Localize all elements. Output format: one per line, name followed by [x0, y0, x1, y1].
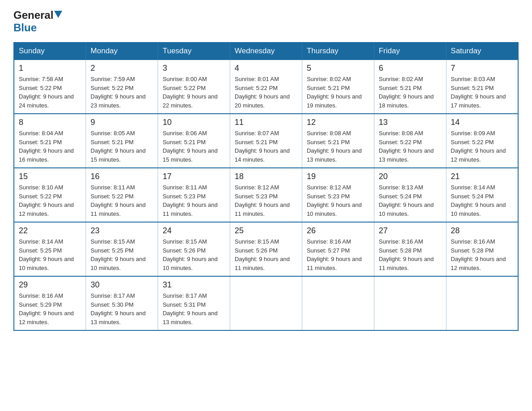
- logo-arrow-icon: [54, 11, 62, 21]
- day-number: 17: [163, 172, 225, 181]
- calendar-cell: 22 Sunrise: 8:14 AM Sunset: 5:25 PM Dayl…: [14, 222, 86, 276]
- day-info: Sunrise: 8:00 AM Sunset: 5:22 PM Dayligh…: [163, 75, 225, 110]
- calendar-cell: 21 Sunrise: 8:14 AM Sunset: 5:24 PM Dayl…: [446, 168, 518, 222]
- calendar-cell: 12 Sunrise: 8:08 AM Sunset: 5:21 PM Dayl…: [302, 114, 374, 168]
- day-info: Sunrise: 8:06 AM Sunset: 5:21 PM Dayligh…: [163, 129, 225, 164]
- day-number: 10: [163, 118, 225, 127]
- calendar-cell: 3 Sunrise: 8:00 AM Sunset: 5:22 PM Dayli…: [158, 60, 230, 114]
- day-info: Sunrise: 8:15 AM Sunset: 5:26 PM Dayligh…: [163, 237, 225, 272]
- weekday-header: Saturday: [446, 43, 518, 60]
- calendar-cell: 1 Sunrise: 7:58 AM Sunset: 5:22 PM Dayli…: [14, 60, 86, 114]
- day-info: Sunrise: 8:14 AM Sunset: 5:25 PM Dayligh…: [19, 237, 81, 272]
- day-info: Sunrise: 8:13 AM Sunset: 5:24 PM Dayligh…: [379, 183, 442, 218]
- calendar-cell: 16 Sunrise: 8:11 AM Sunset: 5:22 PM Dayl…: [86, 168, 158, 222]
- day-info: Sunrise: 8:15 AM Sunset: 5:26 PM Dayligh…: [235, 237, 297, 272]
- day-info: Sunrise: 8:16 AM Sunset: 5:28 PM Dayligh…: [379, 237, 442, 272]
- calendar-cell: 14 Sunrise: 8:09 AM Sunset: 5:22 PM Dayl…: [446, 114, 518, 168]
- svg-marker-0: [54, 11, 62, 18]
- day-number: 30: [90, 280, 153, 290]
- calendar-header-row: SundayMondayTuesdayWednesdayThursdayFrid…: [14, 43, 518, 60]
- day-info: Sunrise: 8:08 AM Sunset: 5:22 PM Dayligh…: [379, 129, 442, 164]
- calendar-cell: 25 Sunrise: 8:15 AM Sunset: 5:26 PM Dayl…: [230, 222, 302, 276]
- calendar-table: SundayMondayTuesdayWednesdayThursdayFrid…: [13, 42, 519, 331]
- calendar-cell: [374, 276, 446, 330]
- calendar-week-row: 1 Sunrise: 7:58 AM Sunset: 5:22 PM Dayli…: [14, 60, 518, 114]
- day-number: 2: [90, 64, 153, 73]
- day-number: 18: [235, 172, 297, 181]
- day-number: 12: [307, 118, 369, 127]
- calendar-cell: 18 Sunrise: 8:12 AM Sunset: 5:23 PM Dayl…: [230, 168, 302, 222]
- calendar-cell: 15 Sunrise: 8:10 AM Sunset: 5:22 PM Dayl…: [14, 168, 86, 222]
- page-header: General Blue: [13, 9, 519, 34]
- day-number: 15: [19, 172, 81, 181]
- day-info: Sunrise: 8:02 AM Sunset: 5:21 PM Dayligh…: [379, 75, 442, 110]
- day-info: Sunrise: 8:04 AM Sunset: 5:21 PM Dayligh…: [19, 129, 81, 164]
- day-info: Sunrise: 8:16 AM Sunset: 5:28 PM Dayligh…: [451, 237, 513, 272]
- day-info: Sunrise: 7:59 AM Sunset: 5:22 PM Dayligh…: [90, 75, 153, 110]
- day-number: 27: [379, 226, 442, 235]
- weekday-header: Thursday: [302, 43, 374, 60]
- calendar-cell: 20 Sunrise: 8:13 AM Sunset: 5:24 PM Dayl…: [374, 168, 446, 222]
- day-info: Sunrise: 8:09 AM Sunset: 5:22 PM Dayligh…: [451, 129, 513, 164]
- calendar-cell: 6 Sunrise: 8:02 AM Sunset: 5:21 PM Dayli…: [374, 60, 446, 114]
- day-info: Sunrise: 8:11 AM Sunset: 5:22 PM Dayligh…: [90, 183, 153, 218]
- logo-general-text: General: [13, 9, 53, 21]
- day-number: 5: [307, 64, 369, 73]
- day-info: Sunrise: 8:12 AM Sunset: 5:23 PM Dayligh…: [307, 183, 369, 218]
- day-number: 22: [19, 226, 81, 235]
- weekday-header: Tuesday: [158, 43, 230, 60]
- calendar-cell: 10 Sunrise: 8:06 AM Sunset: 5:21 PM Dayl…: [158, 114, 230, 168]
- calendar-cell: 7 Sunrise: 8:03 AM Sunset: 5:21 PM Dayli…: [446, 60, 518, 114]
- day-info: Sunrise: 8:03 AM Sunset: 5:21 PM Dayligh…: [451, 75, 513, 110]
- day-number: 3: [163, 64, 225, 73]
- day-info: Sunrise: 8:08 AM Sunset: 5:21 PM Dayligh…: [307, 129, 369, 164]
- day-number: 11: [235, 118, 297, 127]
- day-number: 23: [90, 226, 153, 235]
- calendar-cell: 27 Sunrise: 8:16 AM Sunset: 5:28 PM Dayl…: [374, 222, 446, 276]
- calendar-cell: 8 Sunrise: 8:04 AM Sunset: 5:21 PM Dayli…: [14, 114, 86, 168]
- calendar-cell: [230, 276, 302, 330]
- day-number: 24: [163, 226, 225, 235]
- logo: General Blue: [13, 9, 62, 34]
- calendar-cell: 19 Sunrise: 8:12 AM Sunset: 5:23 PM Dayl…: [302, 168, 374, 222]
- day-number: 8: [19, 118, 81, 127]
- calendar-week-row: 22 Sunrise: 8:14 AM Sunset: 5:25 PM Dayl…: [14, 222, 518, 276]
- day-info: Sunrise: 8:07 AM Sunset: 5:21 PM Dayligh…: [235, 129, 297, 164]
- day-info: Sunrise: 8:17 AM Sunset: 5:31 PM Dayligh…: [163, 291, 225, 326]
- day-number: 16: [90, 172, 153, 181]
- day-info: Sunrise: 8:02 AM Sunset: 5:21 PM Dayligh…: [307, 75, 369, 110]
- calendar-cell: 26 Sunrise: 8:16 AM Sunset: 5:27 PM Dayl…: [302, 222, 374, 276]
- day-number: 7: [451, 64, 513, 73]
- weekday-header: Monday: [86, 43, 158, 60]
- day-number: 21: [451, 172, 513, 181]
- calendar-cell: 17 Sunrise: 8:11 AM Sunset: 5:23 PM Dayl…: [158, 168, 230, 222]
- day-number: 13: [379, 118, 442, 127]
- weekday-header: Wednesday: [230, 43, 302, 60]
- calendar-cell: 30 Sunrise: 8:17 AM Sunset: 5:30 PM Dayl…: [86, 276, 158, 330]
- calendar-cell: [302, 276, 374, 330]
- day-number: 19: [307, 172, 369, 181]
- day-info: Sunrise: 8:17 AM Sunset: 5:30 PM Dayligh…: [90, 291, 153, 326]
- day-info: Sunrise: 8:01 AM Sunset: 5:22 PM Dayligh…: [235, 75, 297, 110]
- day-info: Sunrise: 8:16 AM Sunset: 5:27 PM Dayligh…: [307, 237, 369, 272]
- day-info: Sunrise: 8:10 AM Sunset: 5:22 PM Dayligh…: [19, 183, 81, 218]
- day-number: 9: [90, 118, 153, 127]
- day-number: 26: [307, 226, 369, 235]
- day-info: Sunrise: 8:12 AM Sunset: 5:23 PM Dayligh…: [235, 183, 297, 218]
- day-number: 31: [163, 280, 225, 290]
- day-number: 4: [235, 64, 297, 73]
- calendar-week-row: 29 Sunrise: 8:16 AM Sunset: 5:29 PM Dayl…: [14, 276, 518, 330]
- day-number: 14: [451, 118, 513, 127]
- calendar-cell: 11 Sunrise: 8:07 AM Sunset: 5:21 PM Dayl…: [230, 114, 302, 168]
- calendar-cell: 31 Sunrise: 8:17 AM Sunset: 5:31 PM Dayl…: [158, 276, 230, 330]
- day-number: 1: [19, 64, 81, 73]
- day-info: Sunrise: 8:05 AM Sunset: 5:21 PM Dayligh…: [90, 129, 153, 164]
- calendar-cell: 9 Sunrise: 8:05 AM Sunset: 5:21 PM Dayli…: [86, 114, 158, 168]
- day-number: 20: [379, 172, 442, 181]
- calendar-cell: 5 Sunrise: 8:02 AM Sunset: 5:21 PM Dayli…: [302, 60, 374, 114]
- weekday-header: Sunday: [14, 43, 86, 60]
- day-number: 25: [235, 226, 297, 235]
- calendar-cell: [446, 276, 518, 330]
- weekday-header: Friday: [374, 43, 446, 60]
- day-number: 28: [451, 226, 513, 235]
